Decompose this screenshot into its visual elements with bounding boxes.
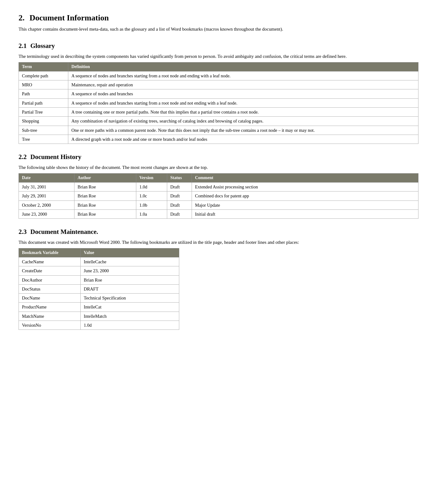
history-col-author: Author [74, 174, 136, 183]
history-row: July 31, 2001 Brian Roe 1.0d Draft Exten… [19, 182, 418, 191]
glossary-definition: A sequence of nodes and branches startin… [68, 98, 418, 107]
glossary-row: MRO Maintenance, repair and operation [19, 80, 418, 89]
bookmark-variable: DocAuthor [19, 275, 81, 284]
glossary-term: Partial Tree [19, 108, 68, 117]
section-23-title: 2.3 Document Maintenance. [19, 227, 418, 236]
history-version: 1.0c [136, 192, 167, 200]
history-table: Date Author Version Status Comment July … [19, 173, 418, 219]
section-21-number: 2.1 [19, 41, 27, 50]
bookmark-value: 1.0d [81, 321, 179, 330]
history-row: July 29, 2001 Brian Roe 1.0c Draft Combi… [19, 192, 418, 200]
history-comment: Combined docs for patent app [192, 192, 418, 200]
glossary-definition: One or more paths with a common parent n… [68, 126, 418, 135]
glossary-term: Sub-tree [19, 126, 68, 135]
section-23: 2.3 Document Maintenance. This document … [19, 227, 418, 330]
section-22-title-text: Document History [30, 153, 81, 162]
bookmark-row: DocName Technical Specification [19, 294, 179, 303]
glossary-table: Term Definition Complete path A sequence… [19, 62, 418, 144]
bookmark-variable: VersionNo [19, 321, 81, 330]
history-author: Brian Roe [74, 209, 136, 218]
section-23-title-text: Document Maintenance. [30, 227, 98, 236]
glossary-term: Tree [19, 135, 68, 144]
history-row: October 2, 2000 Brian Roe 1.0b Draft Maj… [19, 200, 418, 209]
history-version: 1.0a [136, 209, 167, 218]
bookmark-col-variable: Bookmark Variable [19, 248, 81, 257]
bookmark-table: Bookmark Variable Value CacheName Intell… [19, 248, 179, 330]
bookmark-variable: DocName [19, 294, 81, 303]
glossary-row: Shopping Any combination of navigation o… [19, 117, 418, 126]
history-author: Brian Roe [74, 200, 136, 209]
history-col-version: Version [136, 174, 167, 183]
glossary-definition: A sequence of nodes and branches [68, 89, 418, 98]
section-23-number: 2.3 [19, 227, 27, 236]
glossary-row: Path A sequence of nodes and branches [19, 89, 418, 98]
glossary-term: MRO [19, 80, 68, 89]
section-21-title-text: Glossary [30, 41, 55, 50]
bookmark-row: CreateDate June 23, 2000 [19, 266, 179, 275]
glossary-row: Complete path A sequence of nodes and br… [19, 71, 418, 80]
history-col-date: Date [19, 174, 74, 183]
bookmark-value: Brian Roe [81, 275, 179, 284]
section-22-title: 2.2 Document History [19, 153, 418, 162]
history-header-row: Date Author Version Status Comment [19, 174, 418, 183]
bookmark-value: IntelleCache [81, 257, 179, 266]
glossary-col-definition: Definition [68, 62, 418, 71]
glossary-definition: Any combination of navigation of existin… [68, 117, 418, 126]
bookmark-col-value: Value [81, 248, 179, 257]
bookmark-value: June 23, 2000 [81, 266, 179, 275]
chapter-title: 2. Document Information [19, 12, 418, 24]
history-row: June 23, 2000 Brian Roe 1.0a Draft Initi… [19, 209, 418, 218]
history-date: July 31, 2001 [19, 182, 74, 191]
chapter-title-text: Document Information [30, 12, 109, 24]
section-21-intro: The terminology used in describing the s… [19, 53, 418, 60]
history-status: Draft [167, 182, 192, 191]
glossary-header-row: Term Definition [19, 62, 418, 71]
bookmark-variable: ProductName [19, 303, 81, 312]
history-date: October 2, 2000 [19, 200, 74, 209]
bookmark-value: IntelleCat [81, 303, 179, 312]
glossary-term: Path [19, 89, 68, 98]
section-22-intro: The following table shows the history of… [19, 164, 418, 171]
bookmark-variable: CacheName [19, 257, 81, 266]
bookmark-row: DocStatus DRAFT [19, 284, 179, 293]
history-date: June 23, 2000 [19, 209, 74, 218]
history-comment: Extended Assist processing section [192, 182, 418, 191]
section-21-title: 2.1 Glossary [19, 41, 418, 50]
glossary-row: Partial Tree A tree containing one or mo… [19, 108, 418, 117]
glossary-definition: A sequence of nodes and branches startin… [68, 71, 418, 80]
section-22-number: 2.2 [19, 153, 27, 162]
history-status: Draft [167, 200, 192, 209]
bookmark-value: DRAFT [81, 284, 179, 293]
section-23-intro: This document was created with Microsoft… [19, 239, 418, 246]
glossary-definition: Maintenance, repair and operation [68, 80, 418, 89]
history-version: 1.0d [136, 182, 167, 191]
bookmark-row: VersionNo 1.0d [19, 321, 179, 330]
bookmark-value: IntelleMatch [81, 312, 179, 321]
glossary-row: Sub-tree One or more paths with a common… [19, 126, 418, 135]
glossary-row: Partial path A sequence of nodes and bra… [19, 98, 418, 107]
chapter-number: 2. [19, 12, 25, 24]
section-21: 2.1 Glossary The terminology used in des… [19, 41, 418, 144]
history-date: July 29, 2001 [19, 192, 74, 200]
chapter-intro: This chapter contains document-level met… [19, 26, 418, 33]
bookmark-header-row: Bookmark Variable Value [19, 248, 179, 257]
history-comment: Major Update [192, 200, 418, 209]
glossary-row: Tree A directed graph with a root node a… [19, 135, 418, 144]
glossary-definition: A tree containing one or more partial pa… [68, 108, 418, 117]
history-version: 1.0b [136, 200, 167, 209]
history-author: Brian Roe [74, 192, 136, 200]
bookmark-row: MatchName IntelleMatch [19, 312, 179, 321]
bookmark-variable: CreateDate [19, 266, 81, 275]
glossary-definition: A directed graph with a root node and on… [68, 135, 418, 144]
section-22: 2.2 Document History The following table… [19, 153, 418, 219]
history-author: Brian Roe [74, 182, 136, 191]
chapter-header: 2. Document Information This chapter con… [19, 12, 418, 33]
history-status: Draft [167, 209, 192, 218]
glossary-term: Complete path [19, 71, 68, 80]
history-comment: Initial draft [192, 209, 418, 218]
glossary-term: Shopping [19, 117, 68, 126]
glossary-term: Partial path [19, 98, 68, 107]
bookmark-value: Technical Specification [81, 294, 179, 303]
history-col-status: Status [167, 174, 192, 183]
bookmark-variable: MatchName [19, 312, 81, 321]
